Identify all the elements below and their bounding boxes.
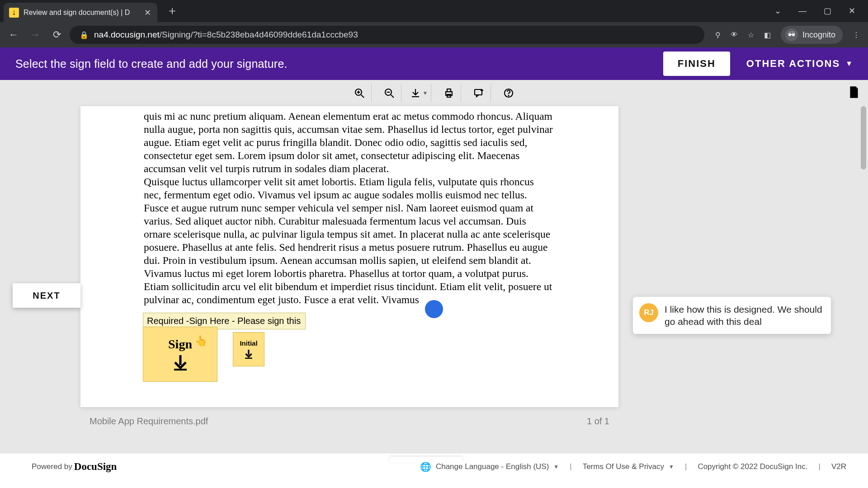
download-icon[interactable]: ▼ xyxy=(407,84,431,102)
kebab-menu-icon[interactable]: ⋮ xyxy=(853,31,860,39)
change-language-link[interactable]: 🌐 Change Language - English (US) ▼ xyxy=(412,461,567,472)
incognito-label: Incognito xyxy=(802,30,835,40)
chevron-down-icon: ▼ xyxy=(423,90,428,96)
bookmark-icon[interactable]: ☆ xyxy=(748,31,754,39)
window-controls: ⌄ — ▢ ✕ xyxy=(774,6,868,22)
panel-icon[interactable]: ◧ xyxy=(764,31,771,39)
finish-button[interactable]: FINISH xyxy=(663,52,730,76)
action-bar-prompt: Select the sign field to create and add … xyxy=(15,57,288,70)
chevron-down-icon: ▼ xyxy=(669,464,674,470)
close-tab-icon[interactable]: ✕ xyxy=(144,8,151,18)
svg-line-5 xyxy=(391,95,394,98)
reload-button[interactable]: ⟳ xyxy=(48,26,66,44)
position-marker xyxy=(425,300,443,318)
forward-button: → xyxy=(26,26,44,44)
translate-icon[interactable]: ⚲ xyxy=(715,31,721,39)
comment-text: I like how this is designed. We should g… xyxy=(665,303,823,328)
brand-name: DocuSign xyxy=(74,461,117,473)
page-indicator: 1 of 1 xyxy=(587,416,609,427)
powered-by-label: Powered by xyxy=(32,462,72,471)
next-label: NEXT xyxy=(33,291,60,301)
other-actions-label: OTHER ACTIONS xyxy=(746,58,840,70)
language-label: Change Language - English (US) xyxy=(436,462,549,471)
document-toolbar: ▼ xyxy=(0,80,868,106)
browser-tab[interactable]: ↓ Review and sign document(s) | D ✕ xyxy=(4,3,157,22)
url-host: na4.docusign.net xyxy=(94,30,160,40)
vertical-scrollbar[interactable] xyxy=(859,106,868,453)
separator: | xyxy=(567,462,574,471)
chevron-down-icon: ▼ xyxy=(845,60,854,68)
browser-nav-bar: ← → ⟳ 🔒 na4.docusign.net/Signing/?ti=8c5… xyxy=(0,22,868,47)
powered-by: Powered by DocuSign xyxy=(32,461,117,473)
initial-arrow-icon xyxy=(243,348,255,360)
sign-label: Sign xyxy=(168,337,192,352)
svg-line-1 xyxy=(361,95,364,98)
browser-tab-strip: ↓ Review and sign document(s) | D ✕ ＋ ⌄ … xyxy=(0,0,868,22)
comment-bubble[interactable]: RJ I like how this is designed. We shoul… xyxy=(633,297,831,334)
minimize-icon[interactable]: — xyxy=(798,6,807,16)
print-icon[interactable] xyxy=(437,84,461,102)
chevron-down-icon: ▼ xyxy=(553,464,559,470)
separator: | xyxy=(682,462,689,471)
next-button[interactable]: NEXT xyxy=(13,283,80,308)
terms-link[interactable]: Terms Of Use & Privacy ▼ xyxy=(575,462,682,471)
version-text: V2R xyxy=(823,462,854,471)
zoom-in-icon[interactable] xyxy=(347,84,372,102)
signing-action-bar: Select the sign field to create and add … xyxy=(0,47,868,80)
sign-here-field[interactable]: Sign 👆 xyxy=(143,327,217,382)
globe-icon: 🌐 xyxy=(420,461,431,472)
comment-avatar: RJ xyxy=(639,303,658,322)
sign-arrow-icon xyxy=(171,353,189,371)
tab-favicon: ↓ xyxy=(9,8,19,18)
document-filename: Mobile App Requirements.pdf xyxy=(90,416,208,427)
initial-label: Initial xyxy=(240,339,257,347)
close-window-icon[interactable]: ✕ xyxy=(849,6,855,16)
lock-icon: 🔒 xyxy=(80,31,89,39)
document-canvas: quis mi ac nunc pretium aliquam. Aenean … xyxy=(0,106,868,453)
incognito-badge[interactable]: 🕶 Incognito xyxy=(781,26,843,44)
bottom-finish-peek xyxy=(390,457,462,462)
copyright-text: Copyright © 2022 DocuSign Inc. xyxy=(689,462,816,471)
url-path: /Signing/?ti=8c5b238eba4d46099dde61da1cc… xyxy=(160,30,358,40)
separator: | xyxy=(816,462,823,471)
help-icon[interactable] xyxy=(496,84,521,102)
maximize-icon[interactable]: ▢ xyxy=(824,6,831,16)
terms-label: Terms Of Use & Privacy xyxy=(583,462,664,471)
new-tab-button[interactable]: ＋ xyxy=(166,3,178,19)
tab-search-icon[interactable]: ⌄ xyxy=(774,6,781,16)
eye-off-icon[interactable]: 👁 xyxy=(731,31,738,39)
other-actions-menu[interactable]: OTHER ACTIONS ▼ xyxy=(746,58,854,70)
back-button[interactable]: ← xyxy=(5,26,23,44)
incognito-icon: 🕶 xyxy=(785,28,798,41)
address-bar[interactable]: 🔒 na4.docusign.net/Signing/?ti=8c5b238eb… xyxy=(70,26,704,44)
copyright-label: Copyright © 2022 DocuSign Inc. xyxy=(698,462,807,471)
initial-here-field[interactable]: Initial xyxy=(233,332,264,366)
zoom-out-icon[interactable] xyxy=(377,84,401,102)
document-footer: Mobile App Requirements.pdf 1 of 1 xyxy=(80,416,618,427)
document-body-text: quis mi ac nunc pretium aliquam. Aenean … xyxy=(144,110,553,306)
svg-rect-10 xyxy=(447,89,451,92)
svg-point-16 xyxy=(508,95,509,96)
tab-title: Review and sign document(s) | D xyxy=(24,9,140,17)
comment-icon[interactable] xyxy=(467,84,491,102)
scrollbar-thumb[interactable] xyxy=(861,106,866,169)
pointer-cursor-icon: 👆 xyxy=(195,335,207,347)
page-thumbnails-icon[interactable] xyxy=(848,85,860,101)
